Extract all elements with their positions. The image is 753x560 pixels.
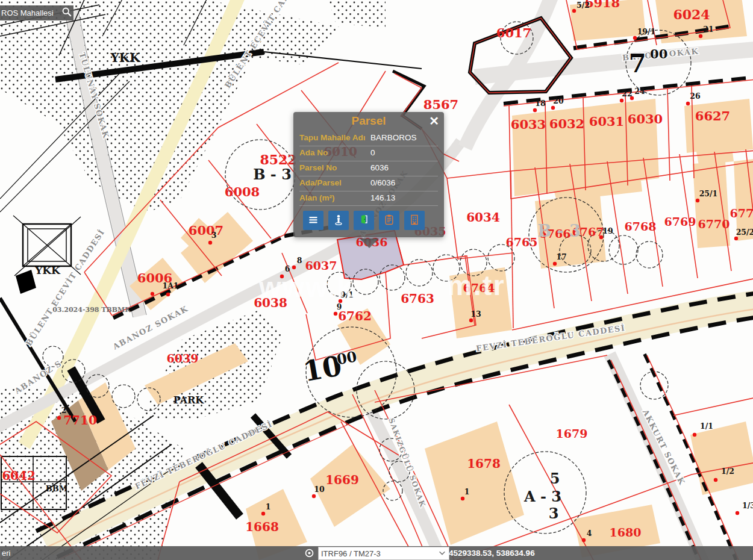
zoning-label: 3 xyxy=(549,505,559,522)
zoning-label: B - 3 xyxy=(537,222,581,240)
road-width-marker: 00 xyxy=(650,46,667,61)
survey-point xyxy=(714,478,717,482)
parcel-label: 1680 xyxy=(610,526,642,539)
map-stage: 6918602460178567603360326031603066276010… xyxy=(0,0,753,560)
map-canvas[interactable]: 6918602460178567603360326031603066276010… xyxy=(0,0,753,560)
survey-point xyxy=(599,235,603,239)
survey-point xyxy=(533,108,537,112)
point-label: 1A1 xyxy=(162,281,178,290)
parcel-label: 6030 xyxy=(628,111,663,126)
point-label: 19 xyxy=(602,226,613,235)
survey-point xyxy=(312,494,316,498)
status-bar: eri ITRF96 / TM27-3 4529338.53, 538634.9… xyxy=(0,546,753,560)
survey-point xyxy=(582,538,586,542)
zoning-label: B - 3 xyxy=(253,166,292,183)
popup-header: Parsel ✕ xyxy=(293,112,444,130)
zoning-label: 03.2024-398 TBBMK xyxy=(52,306,131,314)
popup-field-label: Ada No xyxy=(299,148,370,158)
clipboard-button[interactable] xyxy=(379,211,399,230)
search-input[interactable]: ROS Mahallesi xyxy=(1,8,61,17)
popup-rows: Tapu Mahalle AdıBARBOROSAda No0Parsel No… xyxy=(293,130,444,206)
popup-field-value: BARBOROS xyxy=(370,133,438,143)
parcel-label: 6032 xyxy=(549,116,584,131)
parcel-popup: Parsel ✕ Tapu Mahalle AdıBARBOROSAda No0… xyxy=(293,112,444,237)
parcel-label: 6765 xyxy=(506,235,538,249)
parcel-label: 1679 xyxy=(556,427,588,440)
point-label: 25/2 xyxy=(736,228,753,237)
parcel-label: 6007 xyxy=(189,223,223,238)
popup-buttons xyxy=(293,206,444,237)
popup-field-row: Parsel No6036 xyxy=(299,161,438,176)
door-button[interactable] xyxy=(354,211,374,230)
point-label: 18 xyxy=(535,99,546,108)
point-label: 20 xyxy=(553,96,564,105)
search-box[interactable]: ROS Mahallesi xyxy=(0,5,73,20)
popup-title: Parsel xyxy=(351,114,386,128)
survey-point xyxy=(699,34,702,38)
parcel-label: 6762 xyxy=(338,309,372,323)
parcel-label: 6627 xyxy=(695,108,730,123)
point-label: 24 xyxy=(634,87,645,96)
search-icon[interactable] xyxy=(61,7,72,19)
street-view-icon xyxy=(333,214,345,228)
point-label: 1/1 xyxy=(700,422,713,431)
survey-point xyxy=(736,511,739,515)
point-label: 17 xyxy=(556,252,566,261)
survey-point xyxy=(334,312,337,316)
popup-field-value: 6036 xyxy=(370,163,438,173)
statusbar-left-text: eri xyxy=(2,549,10,558)
parcel-label: 8567 xyxy=(423,97,458,112)
survey-point xyxy=(696,199,699,202)
parcel-label: 6771 xyxy=(730,207,753,220)
popup-field-row: Ada No0 xyxy=(299,146,438,161)
point-label: 1/3 xyxy=(742,501,753,510)
survey-point xyxy=(469,319,473,322)
point-label: 5/2 xyxy=(576,1,590,10)
survey-point xyxy=(693,433,696,437)
coordinates-readout: 4529338.53, 538634.96 xyxy=(449,549,535,558)
popup-field-row: Tapu Mahalle AdıBARBOROS xyxy=(299,131,438,146)
parcel-label: 6768 xyxy=(625,220,657,233)
point-label: 4 xyxy=(587,529,592,538)
point-label: 3 xyxy=(211,231,217,240)
popup-field-value: 0 xyxy=(370,148,438,158)
zoning-label: YKK xyxy=(110,51,140,65)
parcel-label: 6024 xyxy=(673,7,710,22)
parcel-label: 6770 xyxy=(698,217,730,231)
point-label: 1 xyxy=(266,502,271,511)
popup-field-label: Tapu Mahalle Adı xyxy=(299,133,370,143)
zoning-label: BBM xyxy=(46,484,67,493)
projection-select[interactable]: ITRF96 / TM27-3 xyxy=(318,547,449,560)
point-label: 2 xyxy=(61,406,67,415)
survey-point xyxy=(151,292,154,296)
point-label: 1/2 xyxy=(721,467,734,476)
popup-field-label: Alan (m²) xyxy=(299,193,370,204)
point-label: 19/1 xyxy=(637,27,656,36)
menu-icon xyxy=(307,214,319,228)
road-width-marker: 00 xyxy=(336,347,358,368)
survey-point xyxy=(166,293,170,296)
point-label: 9 xyxy=(337,302,342,311)
survey-point xyxy=(208,241,212,244)
street-view-button[interactable] xyxy=(328,211,349,230)
point-label: 21 xyxy=(703,25,713,34)
road-width-marker: 7 xyxy=(628,49,646,78)
parcel-label: 1668 xyxy=(245,520,279,534)
parcel-label: 6918 xyxy=(585,0,620,10)
parcel-label: 6037 xyxy=(305,259,337,272)
point-label: 26 xyxy=(690,92,701,101)
parcel-label: 7710 xyxy=(63,413,97,428)
popup-field-value: 146.13 xyxy=(370,193,438,204)
parcel-label: 1669 xyxy=(325,473,359,487)
survey-point xyxy=(261,512,265,515)
building-report-button[interactable] xyxy=(404,211,425,230)
popup-field-label: Parsel No xyxy=(299,163,370,173)
parcel-label: 6008 xyxy=(225,184,260,199)
survey-point xyxy=(734,237,738,240)
menu-button[interactable] xyxy=(303,211,323,230)
popup-tail xyxy=(360,238,379,248)
close-icon[interactable]: ✕ xyxy=(429,113,439,129)
parcel-label: 6042 xyxy=(2,468,36,483)
parcel-label: 6017 xyxy=(496,25,531,40)
crosshair-icon xyxy=(304,548,314,560)
